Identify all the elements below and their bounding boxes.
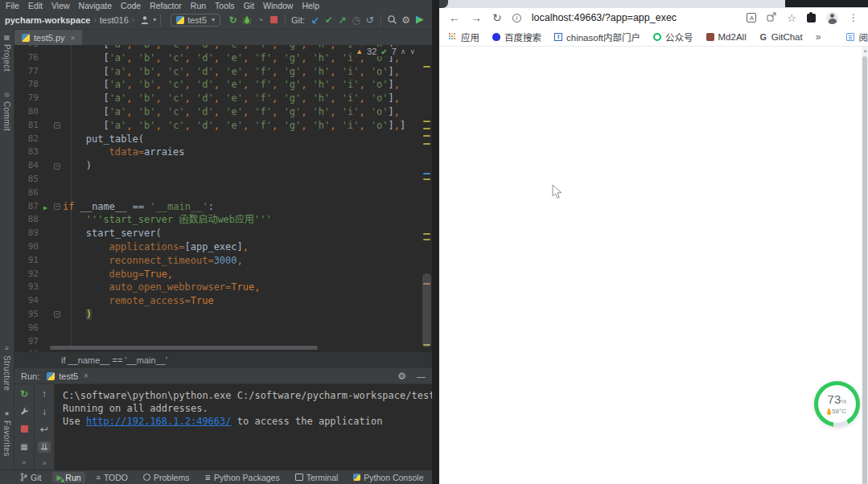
extensions-puzzle-icon[interactable] (807, 14, 816, 23)
stripe-mark[interactable] (423, 239, 430, 240)
stripe-mark[interactable] (423, 173, 430, 174)
stripe-mark[interactable] (423, 135, 430, 137)
next-issue-icon[interactable]: ∨ (409, 47, 415, 55)
bookmark-gitchat[interactable]: GitChat (759, 32, 803, 42)
stripe-item-project[interactable]: ▦Project (2, 34, 11, 72)
status-tab-problems[interactable]: Problems (139, 472, 193, 483)
git-commit-icon[interactable]: ✔ (322, 14, 335, 27)
editor-vertical-scrollbar[interactable] (422, 273, 431, 347)
menu-window[interactable]: Window (263, 1, 293, 10)
breadcrumb-project[interactable]: test016 (100, 15, 129, 25)
down-stack-trace-icon[interactable]: ↓ (38, 406, 51, 417)
minimize-icon[interactable]: — (417, 371, 426, 381)
stripe-mark[interactable] (423, 121, 430, 122)
bookmark-star-icon[interactable]: ☆ (787, 12, 796, 24)
up-stack-trace-icon[interactable]: ↑ (38, 388, 51, 400)
stripe-mark[interactable] (423, 143, 430, 145)
menu-git[interactable]: Git (244, 1, 254, 10)
editor-horizontal-scrollbar[interactable] (50, 346, 318, 350)
menu-refactor[interactable]: Refactor (150, 1, 182, 10)
bookmark--[interactable]: 百度搜索 (492, 31, 541, 43)
git-rollback-icon[interactable]: ↺ (363, 14, 376, 27)
site-info-icon[interactable]: i (512, 14, 521, 23)
profile-avatar[interactable] (826, 12, 838, 24)
stop-icon[interactable] (18, 424, 31, 435)
page-scrollbar[interactable]: ▲ (862, 47, 868, 484)
status-tab-python-packages[interactable]: ≣Python Packages (200, 472, 283, 483)
scroll-up-arrow-icon[interactable]: ▲ (863, 48, 868, 53)
menu-edit[interactable]: Edit (28, 1, 43, 10)
menu-file[interactable]: File (6, 1, 19, 10)
inspections-widget[interactable]: ▲ 32 ✔ 7 ∧ ∨ (352, 47, 419, 56)
more-icon[interactable]: » (42, 459, 46, 467)
run-settings-gear-icon[interactable]: ⚙ (397, 371, 406, 382)
scrollbar-thumb[interactable] (862, 56, 867, 484)
web-page[interactable]: ▲ 73% 58°C (439, 47, 868, 484)
bookmark--[interactable]: 公众号 (653, 31, 693, 43)
prev-issue-icon[interactable]: ∧ (401, 47, 406, 55)
tab-strip[interactable] (439, 0, 868, 8)
close-icon[interactable]: × (71, 34, 76, 43)
performance-gauge-widget[interactable]: 73% 58°C (814, 381, 860, 427)
fold-marker-icon[interactable]: − (54, 122, 60, 129)
bookmark-md2all[interactable]: Md2All (706, 32, 747, 42)
fold-marker-icon[interactable]: − (54, 203, 60, 210)
stripe-mark[interactable] (423, 233, 430, 235)
menu-view[interactable]: View (51, 1, 70, 10)
git-history-icon[interactable]: ◷ (349, 14, 363, 27)
stop-button[interactable] (267, 14, 281, 27)
share-icon[interactable] (767, 10, 776, 25)
status-tab-terminal[interactable]: Terminal (291, 472, 343, 483)
status-tab-run[interactable]: ▶Run (52, 472, 84, 483)
scroll-to-end-icon[interactable]: ⇊ (38, 441, 51, 453)
search-icon[interactable] (385, 14, 399, 27)
colored-play-icon[interactable] (413, 14, 426, 27)
git-update-icon[interactable]: ↙ (308, 14, 322, 27)
layout-grid-icon[interactable]: ▦ (18, 441, 31, 452)
menu-code[interactable]: Code (121, 1, 141, 10)
git-push-icon[interactable]: ↗ (335, 14, 349, 27)
code-editor[interactable]: 75['a', 'b', 'c', 'd', 'e', 'f', 'g', 'h… (14, 45, 432, 351)
run-button[interactable]: ↻ (226, 14, 240, 27)
back-icon[interactable]: ← (449, 12, 460, 23)
editor-breadcrumb[interactable]: if __name__ == '__main__' (14, 351, 432, 367)
profiler-button[interactable]: ◔ (253, 14, 267, 27)
status-tab-git[interactable]: Git (16, 472, 45, 483)
editor-tab-test5[interactable]: test5.py × (14, 30, 82, 46)
menu-run[interactable]: Run (191, 1, 206, 10)
status-tab-todo[interactable]: ≡TODO (93, 472, 132, 483)
settings-gear-icon[interactable]: ⚙ (399, 14, 413, 27)
console-url-link[interactable]: http://192.168.1.2:49663/ (86, 416, 232, 427)
rerun-icon[interactable]: ↻ (18, 388, 31, 400)
user-icon[interactable] (138, 14, 151, 27)
menu-navigate[interactable]: Navigate (79, 1, 112, 10)
stripe-mark[interactable] (423, 66, 430, 68)
reload-icon[interactable]: ↻ (492, 12, 502, 23)
address-bar[interactable]: localhost:49663/?app=app_exec (532, 12, 677, 23)
reading-list-button[interactable]: 阅读清单 (846, 31, 868, 43)
breadcrumb-workspace[interactable]: pycharm-workspace (5, 15, 90, 25)
run-console-output[interactable]: C:\software\python\python.exe C:/softwar… (55, 384, 432, 470)
close-icon[interactable]: × (84, 371, 88, 380)
stripe-mark[interactable] (423, 128, 430, 129)
bookmarks-overflow-icon[interactable]: » (816, 31, 821, 43)
menu-help[interactable]: Help (302, 1, 319, 10)
translate-icon[interactable]: A (747, 13, 756, 23)
fold-marker-icon[interactable]: − (54, 311, 60, 318)
stripe-item-favorites[interactable]: ★Favorites (2, 410, 11, 457)
browser-menu-icon[interactable]: ⋮ (849, 12, 858, 23)
bookmark--[interactable]: 应用 (449, 31, 479, 43)
run-configuration-selector[interactable]: test5 ▾ (171, 14, 220, 27)
wrench-icon[interactable] (18, 406, 31, 417)
bookmark-chinasoft-[interactable]: chinasoft内部门户 (554, 31, 640, 43)
soft-wrap-icon[interactable]: ↩ (38, 424, 51, 435)
status-tab-python-console[interactable]: Python Console (349, 472, 427, 483)
debug-button[interactable] (240, 14, 253, 27)
fold-marker-icon[interactable]: − (54, 163, 60, 170)
forward-icon[interactable]: → (471, 12, 482, 23)
stripe-mark[interactable] (423, 178, 430, 180)
more-icon[interactable]: » (22, 458, 26, 466)
stripe-item-structure[interactable]: ≡Structure (2, 345, 11, 391)
run-panel-tab[interactable]: test5 × (47, 371, 88, 381)
menu-tools[interactable]: Tools (215, 1, 235, 10)
